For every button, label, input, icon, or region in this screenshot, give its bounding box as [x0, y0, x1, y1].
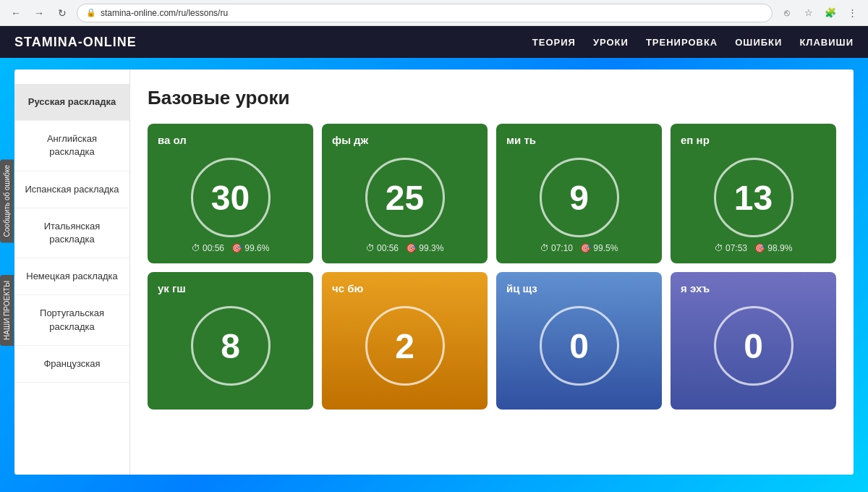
lesson-circle-7: 0: [714, 306, 793, 386]
sidebar-item-english[interactable]: Английская раскладка: [14, 121, 129, 171]
nav-errors[interactable]: ОШИБКИ: [735, 37, 782, 48]
refresh-button[interactable]: ↻: [54, 4, 71, 22]
lesson-card-7[interactable]: я эхъ0: [671, 272, 836, 410]
nav-links: ТЕОРИЯ УРОКИ ТРЕНИРОВКА ОШИБКИ КЛАВИШИ: [532, 37, 854, 48]
lesson-time-1: ⏱ 00:56: [366, 243, 399, 253]
url-text: stamina-online.com/ru/lessons/ru: [101, 8, 228, 18]
lesson-circle-4: 8: [191, 306, 271, 386]
extensions-button[interactable]: 🧩: [822, 4, 839, 22]
lesson-card-5[interactable]: чс бю2: [322, 272, 488, 410]
nav-training[interactable]: ТРЕНИРОВКА: [646, 37, 718, 48]
browser-actions: ⎋ ☆ 🧩 ⋮: [778, 4, 861, 22]
lesson-circle-3: 13: [714, 158, 793, 237]
share-button[interactable]: ⎋: [778, 4, 796, 22]
lesson-circle-6: 0: [540, 306, 619, 386]
lesson-card-3[interactable]: еп нр13⏱ 07:53🎯 98.9%: [671, 124, 836, 263]
lesson-card-6[interactable]: йц щз0: [496, 272, 662, 410]
lesson-stats-3: ⏱ 07:53🎯 98.9%: [715, 243, 793, 253]
lesson-keys-2: ми ть: [506, 134, 536, 146]
language-sidebar: Русская раскладка Английская раскладка И…: [14, 69, 130, 475]
sidebar-item-russian[interactable]: Русская раскладка: [14, 84, 129, 121]
lesson-stats-1: ⏱ 00:56🎯 99.3%: [366, 243, 444, 253]
report-error-tab[interactable]: Сообщить об ошибке: [0, 159, 14, 242]
main-content: Русская раскладка Английская раскладка И…: [14, 69, 854, 475]
lesson-number-7: 0: [744, 326, 763, 366]
lesson-number-6: 0: [569, 326, 589, 366]
lesson-stats-0: ⏱ 00:56🎯 99.6%: [192, 243, 270, 253]
lesson-time-0: ⏱ 00:56: [192, 243, 224, 253]
lesson-circle-0: 30: [191, 158, 271, 237]
lesson-card-1[interactable]: фы дж25⏱ 00:56🎯 99.3%: [322, 124, 488, 263]
lesson-keys-4: ук гш: [158, 282, 186, 294]
lesson-number-1: 25: [386, 178, 424, 218]
lesson-keys-0: ва ол: [158, 134, 187, 146]
lesson-circle-5: 2: [365, 306, 445, 386]
lesson-keys-7: я эхъ: [681, 282, 710, 294]
lock-icon: 🔒: [86, 8, 96, 17]
url-bar[interactable]: 🔒 stamina-online.com/ru/lessons/ru: [77, 4, 773, 22]
lesson-number-5: 2: [395, 326, 414, 366]
menu-button[interactable]: ⋮: [843, 4, 861, 22]
lesson-number-4: 8: [221, 326, 240, 366]
back-button[interactable]: ←: [7, 4, 25, 22]
lesson-number-2: 9: [569, 178, 589, 218]
bookmark-button[interactable]: ☆: [800, 4, 817, 22]
lesson-keys-3: еп нр: [681, 134, 710, 146]
lesson-circle-1: 25: [365, 158, 445, 237]
lesson-accuracy-1: 🎯 99.3%: [406, 243, 443, 253]
lesson-card-2[interactable]: ми ть9⏱ 07:10🎯 99.5%: [496, 124, 662, 263]
lesson-card-0[interactable]: ва ол30⏱ 00:56🎯 99.6%: [148, 124, 313, 263]
page-title: Базовые уроки: [148, 87, 836, 109]
sidebar-item-french[interactable]: Французская: [14, 346, 129, 383]
lesson-keys-1: фы дж: [332, 134, 368, 146]
lesson-number-0: 30: [211, 178, 250, 218]
lesson-card-4[interactable]: ук гш8: [148, 272, 313, 410]
site-navigation: STAMINA-ONLINE ТЕОРИЯ УРОКИ ТРЕНИРОВКА О…: [0, 26, 868, 58]
lesson-keys-5: чс бю: [332, 282, 363, 294]
nav-keys[interactable]: КЛАВИШИ: [799, 37, 854, 48]
sidebar-item-italian[interactable]: Итальянская раскладка: [14, 208, 129, 258]
browser-chrome: ← → ↻ 🔒 stamina-online.com/ru/lessons/ru…: [0, 0, 868, 26]
lesson-accuracy-0: 🎯 99.6%: [231, 243, 269, 253]
sidebar-item-german[interactable]: Немецкая раскладка: [14, 258, 129, 295]
lesson-keys-6: йц щз: [506, 282, 537, 294]
sidebar-item-spanish[interactable]: Испанская раскладка: [14, 171, 129, 208]
nav-theory[interactable]: ТЕОРИЯ: [532, 37, 576, 48]
content-area: Базовые уроки ва ол30⏱ 00:56🎯 99.6%фы дж…: [130, 69, 854, 475]
lesson-time-3: ⏱ 07:53: [715, 243, 747, 253]
projects-tab[interactable]: НАШИ ПРОЕКТЫ: [0, 275, 14, 346]
sidebar-item-portuguese[interactable]: Португальская раскладка: [14, 295, 129, 345]
lessons-grid: ва ол30⏱ 00:56🎯 99.6%фы дж25⏱ 00:56🎯 99.…: [148, 124, 836, 410]
lesson-accuracy-2: 🎯 99.5%: [580, 243, 618, 253]
lesson-accuracy-3: 🎯 98.9%: [754, 243, 792, 253]
lesson-circle-2: 9: [540, 158, 619, 237]
site-logo[interactable]: STAMINA-ONLINE: [14, 35, 137, 50]
nav-lessons[interactable]: УРОКИ: [593, 37, 629, 48]
lesson-stats-2: ⏱ 07:10🎯 99.5%: [540, 243, 618, 253]
lesson-time-2: ⏱ 07:10: [540, 243, 573, 253]
forward-button[interactable]: →: [30, 4, 48, 22]
lesson-number-3: 13: [734, 178, 773, 218]
